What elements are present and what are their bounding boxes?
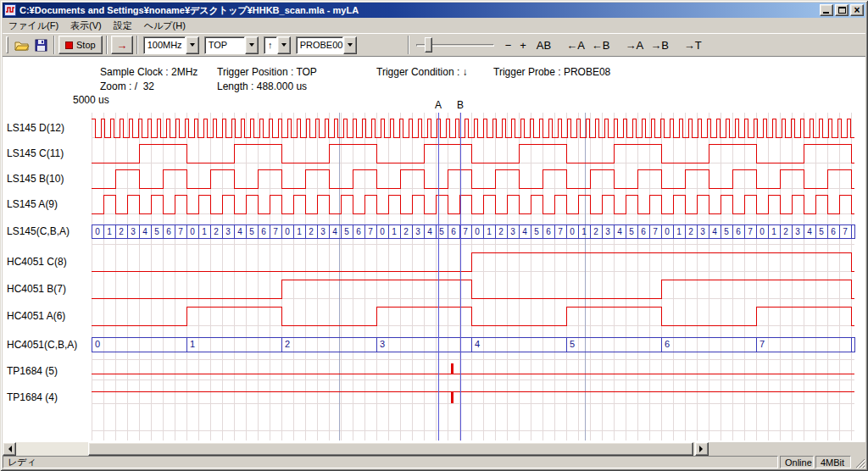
- channel-label: LS145 B(10): [7, 173, 92, 185]
- channel-label: LS145 A(9): [7, 198, 92, 210]
- menu-view[interactable]: 表示(V): [64, 18, 108, 34]
- close-button[interactable]: ×: [850, 4, 864, 16]
- channel-label: HC4051 A(6): [7, 310, 92, 322]
- fit-ab-button[interactable]: AB: [534, 37, 554, 53]
- chevron-down-icon: [348, 43, 353, 47]
- zoom-in-button[interactable]: +: [517, 37, 529, 53]
- goto-marker-a-right-button[interactable]: →A: [623, 37, 647, 53]
- trigger-position-text: Trigger Position : TOP: [217, 66, 317, 78]
- status-memory: 4MBit: [815, 456, 851, 468]
- window-title: C:¥Documents and Settings¥noname¥デスクトップ¥…: [19, 4, 818, 17]
- length-text: Length : 488.000 us: [217, 80, 307, 92]
- arrow-right-icon: [699, 446, 706, 452]
- toolbar-grip[interactable]: [6, 36, 8, 53]
- channel-label: LS145(C,B,A): [7, 225, 92, 237]
- run-button[interactable]: →: [111, 36, 133, 54]
- arrow-left-icon: [5, 446, 12, 452]
- horizontal-scrollbar[interactable]: [3, 442, 709, 456]
- scrollbar-thumb[interactable]: [88, 442, 693, 456]
- trigger-probe-dropdown-button[interactable]: [343, 36, 357, 54]
- resize-grip[interactable]: [853, 456, 865, 468]
- run-arrow-icon: →: [116, 39, 127, 52]
- chevron-down-icon: [249, 43, 254, 47]
- zoom-out-button[interactable]: −: [503, 37, 515, 53]
- scroll-right-button[interactable]: [695, 442, 709, 456]
- marker-a-label[interactable]: A: [433, 99, 443, 111]
- floppy-icon: [35, 39, 47, 52]
- toolbar-separator: [408, 36, 409, 54]
- stop-label: Stop: [76, 40, 96, 50]
- app-window: C:¥Documents and Settings¥noname¥デスクトップ¥…: [0, 0, 868, 471]
- open-button[interactable]: [12, 37, 32, 53]
- channel-label: HC4051 B(7): [7, 283, 92, 295]
- toolbar: Stop → 100MHz TOP ↑ PROBE00 − +: [3, 33, 865, 57]
- stop-button[interactable]: Stop: [58, 36, 103, 54]
- maximize-icon: [838, 7, 846, 14]
- trigger-condition-text: Trigger Condition : ↓: [376, 66, 468, 78]
- status-online: Online: [780, 456, 814, 468]
- channel-label: TP1684 (5): [7, 365, 92, 377]
- channel-label: TP1684 (4): [7, 391, 92, 403]
- zoom-text: Zoom : / 32: [100, 80, 154, 92]
- menu-bar: ファイル(F) 表示(V) 設定 ヘルプ(H): [3, 18, 865, 33]
- trigger-probe-text: Trigger Probe : PROBE08: [493, 66, 610, 78]
- goto-marker-b-right-button[interactable]: →B: [648, 37, 671, 53]
- menu-help[interactable]: ヘルプ(H): [138, 18, 192, 34]
- chevron-down-icon: [190, 43, 195, 47]
- toolbar-separator: [106, 36, 108, 54]
- sample-clock-text: Sample Clock : 2MHz: [100, 66, 198, 78]
- resize-grip-icon: [854, 457, 865, 468]
- toolbar-separator: [53, 36, 55, 54]
- sample-rate-dropdown-button[interactable]: [186, 36, 199, 54]
- channel-label: LS145 D(12): [7, 122, 92, 134]
- goto-marker-a-left-button[interactable]: ←A: [564, 37, 587, 53]
- chevron-down-icon: [281, 43, 287, 47]
- trigger-edge-dropdown-button[interactable]: [277, 36, 291, 54]
- close-icon: ×: [854, 6, 860, 14]
- sample-rate-value: 100MHz: [143, 36, 186, 54]
- maximize-button[interactable]: [835, 4, 849, 16]
- folder-open-icon: [14, 39, 30, 52]
- minimize-icon: [823, 12, 829, 14]
- minimize-button[interactable]: [820, 4, 833, 16]
- trigger-probe-value: PROBE00: [296, 36, 343, 54]
- menu-file[interactable]: ファイル(F): [3, 18, 64, 34]
- marker-b-label[interactable]: B: [455, 99, 465, 111]
- sample-rate-select[interactable]: 100MHz: [143, 36, 199, 54]
- goto-trigger-button[interactable]: →T: [682, 37, 704, 53]
- trigger-edge-value: ↑: [264, 36, 277, 54]
- status-ready: レディ: [3, 456, 778, 468]
- save-button[interactable]: [32, 37, 50, 53]
- trigger-probe-select[interactable]: PROBE00: [296, 36, 357, 54]
- status-bar: レディ Online 4MBit: [3, 456, 865, 468]
- waveform-area[interactable]: [92, 113, 854, 441]
- channel-label: HC4051(C,B,A): [7, 339, 92, 351]
- trigger-edge-select[interactable]: ↑: [264, 36, 291, 54]
- toolbar-separator: [136, 36, 138, 54]
- title-bar[interactable]: C:¥Documents and Settings¥noname¥デスクトップ¥…: [3, 3, 865, 18]
- app-icon: [4, 4, 16, 16]
- zoom-slider-thumb[interactable]: [425, 37, 432, 53]
- time-scale-text: 5000 us: [73, 94, 109, 106]
- trigger-position-dropdown-button[interactable]: [245, 36, 259, 54]
- channel-label: LS145 C(11): [7, 147, 92, 159]
- trigger-position-select[interactable]: TOP: [204, 36, 259, 54]
- stop-icon: [65, 42, 73, 49]
- channel-label: HC4051 C(8): [7, 256, 92, 268]
- trigger-position-value: TOP: [204, 36, 245, 54]
- scroll-left-button[interactable]: [3, 442, 16, 456]
- goto-marker-b-left-button[interactable]: ←B: [589, 37, 613, 53]
- menu-settings[interactable]: 設定: [108, 18, 138, 34]
- zoom-slider[interactable]: [416, 36, 494, 53]
